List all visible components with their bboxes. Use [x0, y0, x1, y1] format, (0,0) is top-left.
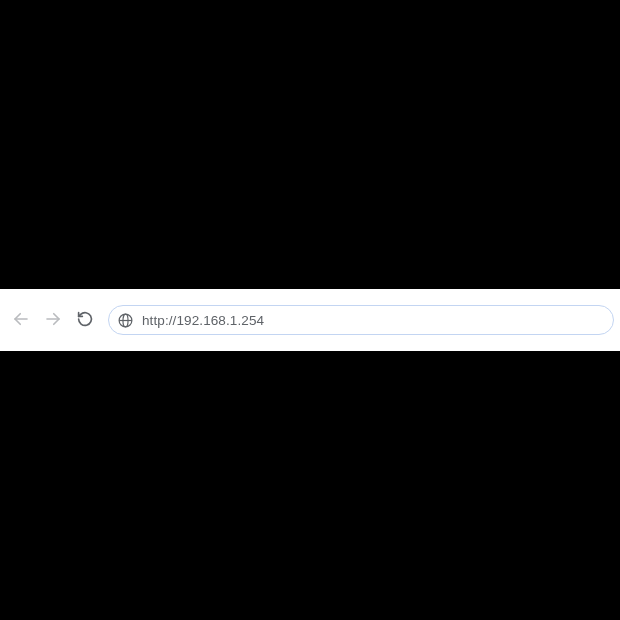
arrow-left-icon [12, 310, 30, 331]
globe-icon [117, 312, 134, 329]
nav-buttons [8, 307, 98, 333]
browser-toolbar [0, 289, 620, 351]
arrow-right-icon [44, 310, 62, 331]
forward-button[interactable] [40, 307, 66, 333]
url-input[interactable] [142, 306, 605, 334]
reload-button[interactable] [72, 307, 98, 333]
reload-icon [76, 310, 94, 331]
back-button[interactable] [8, 307, 34, 333]
address-bar[interactable] [108, 305, 614, 335]
